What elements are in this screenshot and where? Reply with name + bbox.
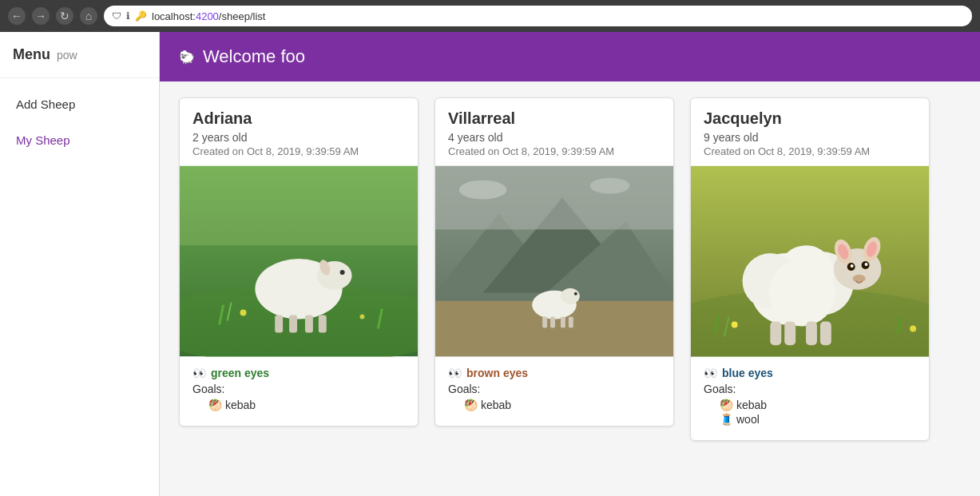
sidebar-item-add-sheep[interactable]: Add Sheep bbox=[0, 86, 159, 122]
eyes-icon-villarreal: 👀 bbox=[448, 367, 462, 379]
sheep-goals-label-adriana: Goals: bbox=[192, 383, 405, 395]
svg-point-9 bbox=[340, 270, 345, 275]
sheep-card-footer-jacquelyn: 👀 blue eyes Goals: 🥙 kebab 🧵 wool bbox=[691, 357, 929, 440]
back-button[interactable]: ← bbox=[8, 7, 26, 25]
goal-label-kebab-adriana: kebab bbox=[225, 399, 256, 411]
goal-icon-kebab-villarreal: 🥙 bbox=[464, 399, 478, 411]
sheep-image-villarreal bbox=[435, 165, 673, 357]
refresh-button[interactable]: ↻ bbox=[56, 7, 73, 25]
sheep-eyes-jacquelyn: 👀 blue eyes bbox=[704, 367, 916, 379]
app-container: Menu pow Add Sheep My Sheep 🐑 Welcome fo… bbox=[0, 32, 980, 496]
svg-point-37 bbox=[768, 260, 835, 326]
header-icon: 🐑 bbox=[179, 50, 195, 65]
sheep-goals-label-villarreal: Goals: bbox=[448, 383, 661, 395]
sheep-name-adriana: Adriana bbox=[192, 109, 405, 128]
goal-item: 🥙 kebab bbox=[720, 399, 916, 411]
info-icon: ℹ bbox=[126, 10, 130, 22]
svg-rect-6 bbox=[289, 315, 297, 333]
sheep-age-jacquelyn: 9 years old bbox=[704, 131, 916, 144]
svg-rect-2 bbox=[180, 166, 418, 245]
sheep-name-villarreal: Villarreal bbox=[448, 109, 661, 128]
url-display: localhost:4200/sheep/list bbox=[152, 10, 265, 22]
sheep-age-adriana: 2 years old bbox=[192, 131, 405, 144]
svg-point-56 bbox=[910, 325, 916, 331]
sheep-card-footer-villarreal: 👀 brown eyes Goals: 🥙 kebab bbox=[435, 357, 673, 426]
svg-point-14 bbox=[240, 310, 246, 316]
sheep-image-jacquelyn bbox=[691, 165, 929, 357]
security-icon: 🛡 bbox=[112, 10, 121, 22]
sheep-card-info-adriana: Adriana 2 years old Created on Oct 8, 20… bbox=[180, 98, 418, 165]
goal-label-wool-jacquelyn: wool bbox=[736, 413, 760, 426]
sidebar-nav: Add Sheep My Sheep bbox=[0, 78, 159, 166]
address-bar[interactable]: 🛡 ℹ 🔑 localhost:4200/sheep/list bbox=[104, 6, 972, 26]
svg-rect-26 bbox=[561, 317, 565, 328]
sheep-goals-list-villarreal: 🥙 kebab bbox=[448, 399, 661, 411]
svg-point-23 bbox=[561, 288, 580, 304]
goal-item: 🥙 kebab bbox=[464, 399, 661, 411]
sheep-age-villarreal: 4 years old bbox=[448, 131, 661, 144]
svg-rect-25 bbox=[550, 317, 555, 328]
svg-point-15 bbox=[359, 315, 364, 319]
goal-icon-kebab-jacquelyn: 🥙 bbox=[720, 399, 733, 411]
sheep-created-adriana: Created on Oct 8, 2019, 9:39:59 AM bbox=[192, 145, 405, 157]
svg-point-28 bbox=[574, 292, 577, 296]
sheep-card-adriana[interactable]: Adriana 2 years old Created on Oct 8, 20… bbox=[179, 97, 419, 427]
sheep-card-footer-adriana: 👀 green eyes Goals: 🥙 kebab bbox=[180, 357, 418, 426]
svg-point-55 bbox=[732, 321, 738, 327]
svg-rect-24 bbox=[542, 317, 547, 328]
key-icon: 🔑 bbox=[135, 10, 147, 22]
goal-icon-wool-jacquelyn: 🧵 bbox=[720, 413, 733, 426]
svg-rect-7 bbox=[305, 315, 313, 333]
sheep-goals-list-adriana: 🥙 kebab bbox=[192, 399, 405, 411]
cards-area: Adriana 2 years old Created on Oct 8, 20… bbox=[160, 81, 980, 496]
sheep-created-jacquelyn: Created on Oct 8, 2019, 9:39:59 AM bbox=[704, 145, 916, 157]
menu-title: Menu bbox=[13, 46, 50, 63]
sheep-eyes-adriana: 👀 green eyes bbox=[192, 367, 405, 379]
user-preview: pow bbox=[57, 49, 77, 62]
sheep-goals-label-jacquelyn: Goals: bbox=[704, 383, 916, 395]
sheep-card-villarreal[interactable]: Villarreal 4 years old Created on Oct 8,… bbox=[434, 97, 674, 427]
svg-rect-5 bbox=[275, 315, 283, 333]
svg-rect-50 bbox=[806, 321, 817, 345]
svg-point-30 bbox=[590, 178, 630, 194]
main-header: 🐑 Welcome foo bbox=[160, 32, 980, 81]
svg-point-29 bbox=[459, 181, 507, 200]
home-button[interactable]: ⌂ bbox=[80, 7, 97, 25]
svg-rect-27 bbox=[569, 317, 573, 328]
sheep-created-villarreal: Created on Oct 8, 2019, 9:39:59 AM bbox=[448, 145, 661, 157]
sheep-card-jacquelyn[interactable]: Jacquelyn 9 years old Created on Oct 8, … bbox=[690, 97, 930, 441]
eyes-icon-adriana: 👀 bbox=[192, 367, 206, 379]
svg-point-46 bbox=[865, 263, 868, 266]
goal-item: 🧵 wool bbox=[720, 413, 916, 426]
sheep-eyes-villarreal: 👀 brown eyes bbox=[448, 367, 661, 379]
goal-label-kebab-villarreal: kebab bbox=[481, 399, 511, 411]
svg-point-47 bbox=[853, 275, 866, 283]
sheep-card-info-jacquelyn: Jacquelyn 9 years old Created on Oct 8, … bbox=[691, 98, 929, 165]
svg-rect-48 bbox=[770, 321, 781, 345]
sidebar-header: Menu pow bbox=[0, 32, 159, 78]
sheep-name-jacquelyn: Jacquelyn bbox=[704, 109, 916, 128]
goal-item: 🥙 kebab bbox=[208, 399, 405, 411]
main-content: 🐑 Welcome foo Adriana 2 years old Create… bbox=[160, 32, 980, 496]
forward-button[interactable]: → bbox=[32, 7, 50, 25]
goal-label-kebab-jacquelyn: kebab bbox=[736, 399, 767, 411]
eyes-icon-jacquelyn: 👀 bbox=[704, 367, 717, 379]
header-title: Welcome foo bbox=[203, 46, 305, 67]
svg-point-45 bbox=[851, 264, 854, 268]
sheep-card-info-villarreal: Villarreal 4 years old Created on Oct 8,… bbox=[435, 98, 673, 165]
browser-chrome: ← → ↻ ⌂ 🛡 ℹ 🔑 localhost:4200/sheep/list bbox=[0, 0, 980, 32]
svg-rect-51 bbox=[820, 321, 831, 345]
sidebar: Menu pow Add Sheep My Sheep bbox=[0, 32, 160, 496]
goal-icon-kebab-adriana: 🥙 bbox=[208, 399, 222, 411]
sheep-goals-list-jacquelyn: 🥙 kebab 🧵 wool bbox=[704, 399, 916, 426]
svg-rect-49 bbox=[784, 321, 796, 345]
sidebar-item-my-sheep[interactable]: My Sheep bbox=[0, 122, 159, 158]
sheep-image-adriana bbox=[180, 165, 418, 357]
svg-rect-8 bbox=[319, 315, 327, 333]
